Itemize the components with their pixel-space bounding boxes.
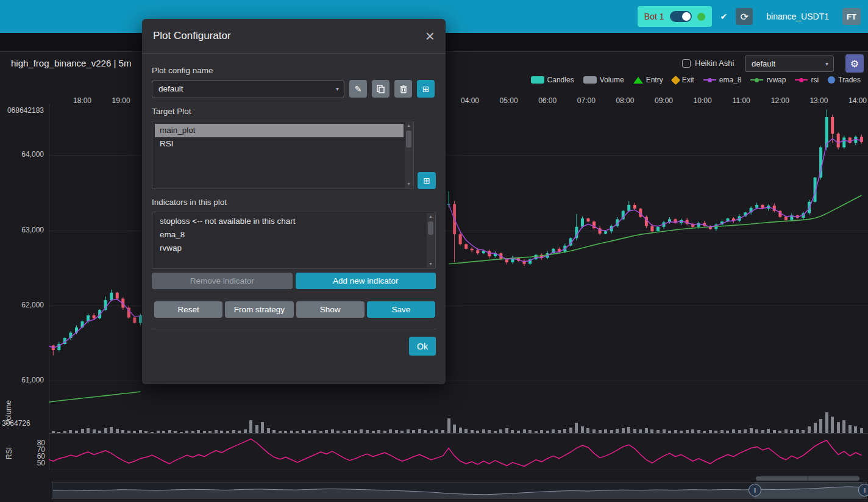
legend-label: Candles xyxy=(547,76,574,84)
target-plot-label: Target Plot xyxy=(152,107,436,116)
gear-icon: ⚙ xyxy=(850,58,859,70)
rvwap-swatch-icon xyxy=(750,78,763,82)
config-name-label: Plot config name xyxy=(152,66,436,75)
add-square-icon: ⊞ xyxy=(423,176,430,185)
datazoom-left-handle[interactable]: ∥ xyxy=(749,484,761,497)
scroll-thumb[interactable] xyxy=(428,221,433,235)
volume-swatch-icon xyxy=(583,76,597,84)
trash-icon xyxy=(400,85,407,93)
legend-label: rsi xyxy=(811,76,819,84)
legend-item-rvwap[interactable]: rvwap xyxy=(750,76,786,84)
add-config-button[interactable]: ⊞ xyxy=(417,80,435,98)
scroll-down-icon[interactable]: ▼ xyxy=(427,260,435,268)
pause-icon: ∥ xyxy=(864,487,866,493)
add-square-icon: ⊞ xyxy=(422,84,430,94)
scroll-up-icon[interactable]: ▲ xyxy=(405,122,413,129)
legend-label: Trades xyxy=(838,76,861,84)
refresh-icon: ⟳ xyxy=(741,11,749,23)
plot-config-select-value: default xyxy=(752,59,775,68)
indicators-label: Indicators in this plot xyxy=(152,198,436,207)
bot-name-label: Bot 1 xyxy=(644,12,664,21)
indicators-list[interactable]: stoploss <-- not available in this chart… xyxy=(152,212,436,269)
bot-selector[interactable]: Bot 1 xyxy=(638,6,712,27)
legend-label: Volume xyxy=(600,76,624,84)
add-indicator-button[interactable]: Add new indicator xyxy=(296,273,436,289)
legend-item-entry[interactable]: Entry xyxy=(633,76,663,84)
bot-online-indicator xyxy=(697,13,705,21)
trades-swatch-icon xyxy=(828,76,835,84)
target-plot-scrollbar[interactable]: ▲ ▼ xyxy=(405,122,413,188)
delete-config-button[interactable] xyxy=(394,80,412,98)
plot-settings-button[interactable]: ⚙ xyxy=(845,54,864,73)
save-button[interactable]: Save xyxy=(367,301,435,318)
remove-indicator-button[interactable]: Remove indicator xyxy=(152,273,293,289)
target-plot-list[interactable]: main_plotRSI ▲ ▼ xyxy=(152,121,414,189)
show-button[interactable]: Show xyxy=(296,301,365,318)
scroll-up-icon[interactable]: ▲ xyxy=(427,213,435,220)
indicator-item[interactable]: rvwap xyxy=(155,242,425,255)
bot-enable-toggle[interactable] xyxy=(670,11,692,22)
plot-configurator-modal: Plot Configurator × Plot config name def… xyxy=(142,19,446,384)
rsi-swatch-icon xyxy=(795,78,808,82)
refresh-button[interactable]: ⟳ xyxy=(736,8,753,25)
add-plot-button[interactable]: ⊞ xyxy=(418,172,436,189)
entry-swatch-icon xyxy=(633,77,643,84)
legend-label: Exit xyxy=(682,76,694,84)
horizontal-scrollbar[interactable]: ∥ xyxy=(756,476,859,481)
config-name-select[interactable]: default ▾ xyxy=(152,80,344,98)
freqtrade-logo: FT xyxy=(842,8,861,25)
legend-item-trades[interactable]: Trades xyxy=(828,76,861,84)
chevron-down-icon: ▾ xyxy=(336,81,339,98)
grip-icon: ∥ xyxy=(807,476,809,481)
indicator-item[interactable]: ema_8 xyxy=(155,228,425,242)
legend-label: ema_8 xyxy=(719,76,742,84)
rename-config-button[interactable]: ✎ xyxy=(349,80,367,98)
legend-label: rvwap xyxy=(766,76,786,84)
target-plot-item[interactable]: main_plot xyxy=(155,124,404,137)
datazoom-right-handle[interactable]: ∥ xyxy=(858,484,868,497)
legend-item-volume[interactable]: Volume xyxy=(583,76,624,84)
close-icon[interactable]: × xyxy=(425,30,435,42)
ema_8-swatch-icon xyxy=(703,78,716,82)
indicators-scrollbar[interactable]: ▲ ▼ xyxy=(427,213,435,268)
chevron-down-icon: ▾ xyxy=(825,56,828,71)
legend-item-candles[interactable]: Candles xyxy=(531,76,574,84)
check-icon: ✔ xyxy=(720,12,728,21)
strategy-timeframe-title: high_frog_binance_v226 | 5m xyxy=(11,58,131,68)
candles-swatch-icon xyxy=(531,76,544,84)
heikin-ashi-checkbox[interactable] xyxy=(682,59,691,68)
legend-item-ema_8[interactable]: ema_8 xyxy=(703,76,742,84)
modal-header: Plot Configurator × xyxy=(142,19,446,54)
pencil-icon: ✎ xyxy=(355,84,362,94)
duplicate-config-button[interactable] xyxy=(372,80,390,98)
legend-item-exit[interactable]: Exit xyxy=(672,76,694,84)
app-stage: high_frog_binance_v226 | 5m Heikin Ashi … xyxy=(0,0,868,502)
copy-icon xyxy=(377,85,385,93)
pause-icon: ∥ xyxy=(754,487,756,493)
from-strategy-button[interactable]: From strategy xyxy=(225,301,293,318)
modal-title: Plot Configurator xyxy=(153,30,231,42)
target-plot-item[interactable]: RSI xyxy=(155,137,404,151)
plot-config-select[interactable]: default ▾ xyxy=(745,56,834,72)
exit-swatch-icon xyxy=(671,75,680,85)
chart-legend: CandlesVolumeEntryExitema_8rvwaprsiTrade… xyxy=(531,76,861,84)
scroll-thumb[interactable] xyxy=(406,131,411,148)
scroll-down-icon[interactable]: ▼ xyxy=(405,181,413,188)
legend-item-rsi[interactable]: rsi xyxy=(795,76,819,84)
indicator-item[interactable]: stoploss <-- not available in this chart xyxy=(155,215,425,228)
ok-button[interactable]: Ok xyxy=(409,337,436,356)
reset-button[interactable]: Reset xyxy=(154,301,222,318)
legend-label: Entry xyxy=(646,76,663,84)
exchange-account-label: binance_USDT1 xyxy=(766,12,829,21)
heikin-ashi-label: Heikin Ashi xyxy=(695,59,734,68)
config-name-select-value: default xyxy=(158,84,183,93)
